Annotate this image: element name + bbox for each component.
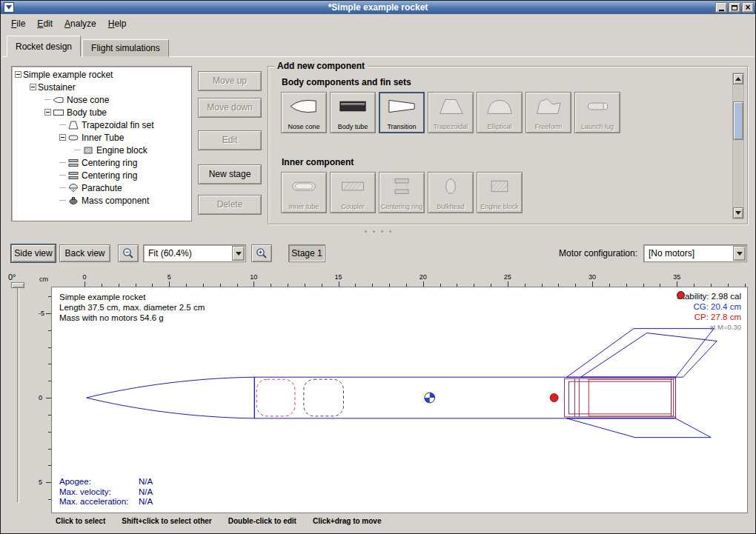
move-down-button[interactable]: Move down xyxy=(198,98,262,118)
coupler-icon xyxy=(338,176,368,196)
component-scrollbar[interactable] xyxy=(732,73,744,219)
freeform-icon xyxy=(534,96,563,116)
add-nose-cone-button[interactable]: Nose cone xyxy=(281,92,327,133)
tab-rocket-design[interactable]: Rocket design xyxy=(7,36,81,57)
rocket-info: Simple example rocket Length 37.5 cm, ma… xyxy=(59,292,205,323)
status-bar: Click to selectShift+click to select oth… xyxy=(56,517,381,525)
tree-expander-icon[interactable] xyxy=(44,109,51,116)
add-freeform-button[interactable]: Freeform xyxy=(525,92,571,133)
add-elliptical-button[interactable]: Elliptical xyxy=(477,92,523,133)
rocket-length: Length 37.5 cm, max. diameter 2.5 cm xyxy=(59,302,205,313)
comp-row-1: Inner tubeCouplerCentering ringBulkheadE… xyxy=(281,172,525,213)
add-coupler-button[interactable]: Coupler xyxy=(330,172,376,213)
chevron-down-icon[interactable] xyxy=(232,246,245,261)
motor-mount-shape xyxy=(565,378,676,417)
stage-1-toggle[interactable]: Stage 1 xyxy=(288,244,325,262)
minimize-button[interactable] xyxy=(715,2,727,13)
side-view-button[interactable]: Side view xyxy=(11,244,56,262)
tree-item-label: Parachute xyxy=(82,183,122,193)
add-centering-ring-button[interactable]: Centering ring xyxy=(379,172,425,213)
h-ruler-label: 15 xyxy=(334,273,342,281)
add-bulkhead-button[interactable]: Bulkhead xyxy=(428,172,474,213)
tree-item-engine-block[interactable]: Engine block xyxy=(12,144,191,156)
ruler-unit-label: cm xyxy=(36,272,51,287)
zoom-in-button[interactable] xyxy=(251,244,272,262)
tree-item-parachute[interactable]: Parachute xyxy=(12,181,191,194)
tree-item-trapezoidal-fin-set[interactable]: Trapezoidal fin set xyxy=(12,119,191,131)
menu-analyze[interactable]: Analyze xyxy=(59,16,102,31)
tree-item-inner-tube[interactable]: Inner Tube xyxy=(12,131,191,144)
tree-item-nose-cone[interactable]: Nose cone xyxy=(12,93,191,106)
h-ruler-label: 30 xyxy=(588,273,596,281)
rocket-canvas[interactable]: Simple example rocket Length 37.5 cm, ma… xyxy=(51,287,748,513)
coupler-dashed-shape xyxy=(304,379,344,416)
tree-expander-icon[interactable] xyxy=(30,84,36,90)
component-button-label: Transition xyxy=(387,124,416,130)
tree-expander-icon[interactable] xyxy=(59,134,66,141)
tree-item-simple-example-rocket[interactable]: Simple example rocket xyxy=(12,68,191,81)
slider-handle[interactable] xyxy=(11,282,24,288)
tab-flight-simulations[interactable]: Flight simulations xyxy=(82,39,169,57)
component-button-label: Launch lug xyxy=(581,124,614,130)
tree-item-mass-component[interactable]: Mass component xyxy=(12,194,191,207)
centeringring-icon xyxy=(67,170,79,181)
h-ruler-label: 5 xyxy=(168,273,171,281)
cp-marker xyxy=(550,394,558,402)
body-tube-shape xyxy=(254,377,675,418)
nosecone-icon xyxy=(53,94,64,106)
rocket-mass: Mass with no motors 54.6 g xyxy=(59,313,205,323)
move-up-button[interactable]: Move up xyxy=(198,71,262,91)
menu-file[interactable]: File xyxy=(5,16,31,31)
status-hint: Shift+click to select other xyxy=(122,517,211,525)
new-stage-button[interactable]: New stage xyxy=(198,164,262,184)
tree-item-centering-ring[interactable]: Centering ring xyxy=(12,156,191,169)
component-button-label: Body tube xyxy=(338,124,368,130)
delete-button[interactable]: Delete xyxy=(198,195,262,215)
maximize-button[interactable] xyxy=(729,2,740,13)
add-transition-button[interactable]: Transition xyxy=(379,92,425,133)
tree-item-body-tube[interactable]: Body tube xyxy=(12,106,191,119)
add-inner-tube-button[interactable]: Inner tube xyxy=(281,172,327,213)
close-button[interactable]: × xyxy=(742,2,754,13)
zoom-out-button[interactable] xyxy=(118,244,139,262)
rotation-slider[interactable] xyxy=(10,282,27,507)
chevron-down-icon[interactable] xyxy=(733,246,746,261)
component-button-label: Nose cone xyxy=(288,124,319,130)
slider-track[interactable] xyxy=(17,287,19,503)
tree-item-centering-ring[interactable]: Centering ring xyxy=(12,169,191,181)
tree-expander-icon[interactable] xyxy=(15,71,21,78)
tree-item-label: Mass component xyxy=(82,196,149,206)
mass-icon xyxy=(67,195,79,207)
body-components-label: Body components and fin sets xyxy=(282,77,411,87)
add-trapezoidal-button[interactable]: Trapezoidal xyxy=(428,92,474,133)
vertical-ruler: -505 xyxy=(36,287,51,513)
tree-item-label: Sustainer xyxy=(38,82,76,93)
scroll-up-icon[interactable] xyxy=(733,73,743,84)
stability-info: Stability: 2.98 cal CG: 20.4 cm CP: 27.8… xyxy=(677,291,741,333)
add-engine-block-button[interactable]: Engine block xyxy=(477,172,523,213)
tree-item-label: Nose cone xyxy=(67,95,109,105)
trapezoidal-icon xyxy=(436,96,465,116)
centeringring-icon xyxy=(67,157,79,169)
edit-button[interactable]: Edit xyxy=(198,130,262,150)
tree-connector xyxy=(59,187,66,188)
tree-item-sustainer[interactable]: Sustainer xyxy=(12,81,191,93)
component-tree[interactable]: Simple example rocketSustainerNose coneB… xyxy=(11,66,192,221)
menu-edit[interactable]: Edit xyxy=(31,16,59,31)
scroll-down-icon[interactable] xyxy=(733,207,743,218)
status-hint: Click to select xyxy=(56,517,105,525)
h-ruler-label: 20 xyxy=(420,273,427,281)
add-launch-lug-button[interactable]: Launch lug xyxy=(574,92,620,133)
tree-item-label: Engine block xyxy=(96,145,147,156)
motor-configuration-select[interactable]: [No motors] xyxy=(643,244,747,262)
zoom-select[interactable]: Fit (60.4%) xyxy=(143,244,246,262)
scrollbar-thumb[interactable] xyxy=(733,101,743,140)
tree-connector xyxy=(59,124,66,125)
parachute-icon xyxy=(67,182,79,194)
menu-help[interactable]: Help xyxy=(102,16,133,31)
cp-value: CP: 27.8 cm xyxy=(677,312,741,322)
split-handle[interactable] xyxy=(1,227,755,236)
add-body-tube-button[interactable]: Body tube xyxy=(330,92,376,133)
back-view-button[interactable]: Back view xyxy=(59,244,110,262)
cg-value: CG: 20.4 cm xyxy=(677,301,741,312)
